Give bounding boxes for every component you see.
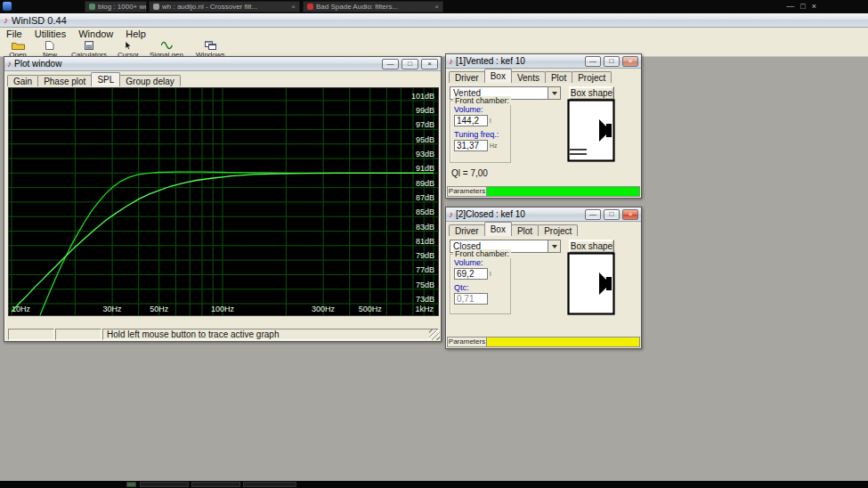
spl-plot[interactable]: 101dB99dB97dB95dB93dB91dB89dB87dB85dB83d… — [9, 88, 438, 315]
plot-tabs: Gain Phase plot SPL Group delay — [4, 71, 441, 86]
box-shape-button[interactable]: Box shape — [569, 240, 614, 253]
taskbar-button[interactable] — [191, 482, 240, 487]
restore-icon[interactable]: □ — [800, 1, 805, 12]
dropdown-arrow-icon[interactable] — [548, 87, 560, 99]
closed-window-icon: ♪ — [449, 210, 453, 219]
menu-help[interactable]: Help — [119, 28, 152, 40]
tab-close-icon[interactable]: × — [434, 3, 439, 11]
close-button[interactable]: × — [421, 59, 438, 69]
taskbar-button[interactable] — [126, 482, 136, 487]
ql-value-text: Ql = 7,00 — [451, 168, 488, 178]
close-button[interactable]: × — [622, 56, 638, 67]
app-titlebar[interactable]: ♪ WinISD 0.44 — [0, 13, 868, 28]
menu-file[interactable]: File — [0, 28, 28, 40]
browser-tab-label: Bad Spade Audio: filters... — [316, 3, 398, 11]
tab-driver[interactable]: Driver — [449, 71, 485, 83]
parameters-tab[interactable]: Parameters — [447, 337, 487, 347]
desktop: blog : 1000+ webpag... wh : audijo.nl - … — [0, 0, 868, 488]
volume-label: Volume: — [454, 258, 510, 267]
taskbar-button[interactable] — [243, 482, 296, 487]
tab-spl[interactable]: SPL — [91, 72, 120, 86]
tab-close-icon[interactable]: × — [291, 3, 296, 11]
vented-window: ♪ [1]Vented : kef 10 — □ × Driver Box Ve… — [445, 53, 642, 199]
menu-window[interactable]: Window — [72, 28, 119, 40]
volume-input[interactable]: 69,2 — [454, 268, 488, 280]
y-tick-label: 97dB — [416, 120, 434, 129]
browser-window-controls: — □ × — [786, 1, 816, 12]
y-tick-label: 87dB — [416, 193, 434, 202]
tab-project[interactable]: Project — [572, 71, 612, 83]
tab-favicon-icon — [153, 4, 159, 10]
series-curve-0 — [20, 172, 434, 315]
y-tick-label: 73dB — [416, 295, 434, 304]
taskbar-button[interactable] — [140, 482, 189, 487]
vented-parameter-strip: Parameters — [447, 186, 640, 197]
qtc-label: Qtc: — [454, 283, 510, 292]
tab-vents[interactable]: Vents — [511, 71, 546, 83]
y-tick-label: 91dB — [416, 164, 434, 173]
y-tick-label: 79dB — [416, 251, 434, 260]
plot-statusbar: Hold left mouse button to trace active g… — [8, 329, 439, 340]
volume-input[interactable]: 144,2 — [454, 115, 488, 126]
tab-plot[interactable]: Plot — [511, 224, 539, 236]
tab-favicon-icon — [307, 4, 313, 10]
y-tick-label: 99dB — [416, 106, 434, 115]
y-tick-label: 101dB — [411, 92, 434, 101]
box-shape-button[interactable]: Box shape — [569, 86, 614, 100]
minimize-button[interactable]: — — [382, 59, 399, 69]
x-tick-label: 50Hz — [150, 305, 169, 313]
browser-tab-2[interactable]: wh : audijo.nl - Crossover filt... × — [149, 1, 300, 12]
x-tick-label: 300Hz — [312, 305, 336, 313]
spl-plot-area[interactable]: 101dB99dB97dB95dB93dB91dB89dB87dB85dB83d… — [8, 87, 439, 316]
browser-tab-3[interactable]: Bad Spade Audio: filters... × — [303, 1, 443, 12]
close-button[interactable]: × — [622, 209, 638, 220]
status-hint-text: Hold left mouse button to trace active g… — [102, 329, 439, 340]
open-folder-icon — [12, 41, 25, 50]
x-tick-label: 100Hz — [211, 305, 235, 313]
menu-utilities[interactable]: Utilities — [28, 28, 72, 40]
plot-window: ♪ Plot window — □ × Gain Phase plot SPL … — [4, 56, 442, 342]
resize-grip[interactable] — [429, 329, 440, 340]
status-panel-1 — [8, 329, 54, 340]
tab-project[interactable]: Project — [538, 224, 578, 236]
taskbar — [0, 481, 868, 488]
tab-phase-plot[interactable]: Phase plot — [37, 75, 92, 86]
tab-gain[interactable]: Gain — [7, 75, 38, 86]
closed-parameters-bar — [487, 337, 640, 347]
restore-button[interactable]: □ — [402, 59, 418, 69]
tab-plot[interactable]: Plot — [545, 71, 572, 83]
minimize-button[interactable]: — — [585, 56, 601, 67]
tab-box[interactable]: Box — [484, 69, 512, 83]
volume-unit: l — [490, 118, 491, 124]
x-tick-label: 1kHz — [415, 305, 434, 313]
box-diagram — [567, 99, 615, 166]
x-tick-label: 30Hz — [103, 305, 123, 313]
y-tick-label: 93dB — [416, 150, 434, 159]
tuning-freq-label: Tuning freq.: — [454, 130, 510, 139]
front-chamber-group: Front chamber: Volume: 144,2 l Tuning fr… — [450, 101, 511, 163]
tuning-freq-input[interactable]: 31,37 — [454, 140, 488, 151]
vented-window-icon: ♪ — [449, 57, 453, 66]
plot-window-titlebar[interactable]: ♪ Plot window — □ × — [4, 57, 441, 71]
browser-tab-1[interactable]: blog : 1000+ webpag... — [85, 1, 147, 12]
parameters-tab[interactable]: Parameters — [447, 186, 487, 197]
minimize-button[interactable]: — — [585, 209, 601, 220]
windows-icon — [205, 41, 216, 50]
y-tick-label: 75dB — [416, 281, 434, 289]
tab-driver[interactable]: Driver — [449, 224, 485, 236]
vented-window-titlebar[interactable]: ♪ [1]Vented : kef 10 — □ × — [446, 54, 641, 69]
dropdown-arrow-icon[interactable] — [548, 240, 560, 252]
tab-group-delay[interactable]: Group delay — [119, 75, 180, 86]
qtc-input[interactable]: 0,71 — [454, 293, 488, 305]
vented-tabs: Driver Box Vents Plot Project — [446, 69, 641, 83]
tab-box[interactable]: Box — [484, 222, 512, 236]
restore-button[interactable]: □ — [604, 209, 620, 220]
minimize-icon[interactable]: — — [786, 1, 794, 12]
browser-app-icon — [3, 2, 12, 11]
closed-window-titlebar[interactable]: ♪ [2]Closed : kef 10 — □ × — [446, 207, 641, 222]
x-tick-label: 500Hz — [359, 305, 383, 313]
restore-button[interactable]: □ — [604, 56, 620, 67]
close-icon[interactable]: × — [812, 1, 816, 12]
closed-window: ♪ [2]Closed : kef 10 — □ × Driver Box Pl… — [445, 207, 642, 349]
background-browser-tabbar: blog : 1000+ webpag... wh : audijo.nl - … — [0, 0, 868, 13]
